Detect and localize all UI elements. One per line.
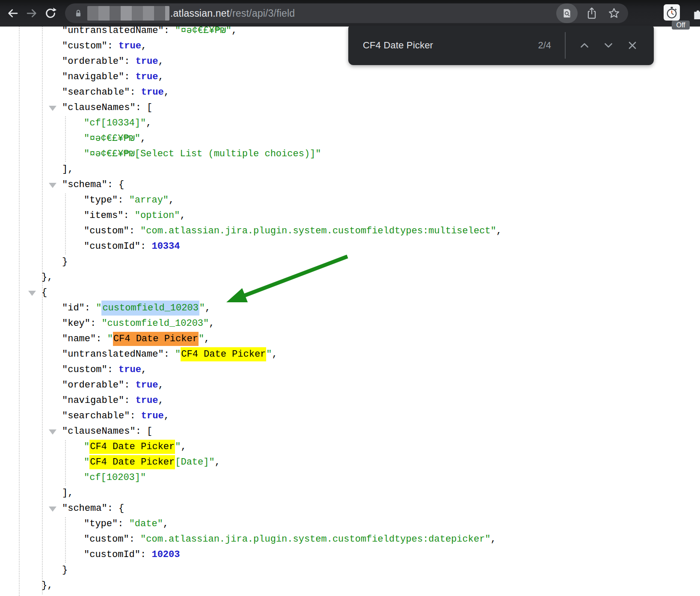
json-token: ,: [141, 364, 147, 375]
json-line: "customId": 10203: [0, 547, 700, 563]
extension-off-badge: Off: [672, 21, 690, 30]
json-token: "clauseNames": [62, 426, 136, 437]
json-token: "cf[10334]": [84, 118, 146, 128]
extension-stopwatch-button[interactable]: Off: [664, 4, 680, 21]
document-search-icon: [561, 8, 572, 19]
json-viewer: "untranslatedName": "¤ә¢€£¥₱₪","custom":…: [0, 23, 700, 593]
json-token: "type": [84, 195, 118, 206]
reload-button[interactable]: [41, 4, 60, 23]
json-token: "customfield_10203": [101, 318, 209, 329]
find-next-button[interactable]: [596, 33, 620, 57]
json-token: :: [107, 41, 119, 51]
url-host: .atlassian.net: [170, 8, 229, 19]
find-in-page-indicator-button[interactable]: [556, 3, 578, 23]
collapse-toggle-icon[interactable]: [49, 429, 56, 435]
json-token: "com.atlassian.jira.plugin.system.custom…: [140, 534, 491, 545]
json-line: "CF4 Date Picker",: [0, 439, 700, 455]
url-bar[interactable]: .atlassian.net/rest/api/3/field: [65, 3, 628, 23]
json-token: :: [164, 349, 175, 360]
json-token: ,: [146, 118, 151, 128]
json-token: {: [42, 287, 47, 298]
json-line: "cf[10203]": [0, 470, 700, 486]
chevron-down-icon: [603, 40, 614, 51]
json-token: "cf[10203]": [84, 472, 146, 483]
collapse-toggle-icon[interactable]: [28, 291, 36, 296]
json-token: ": [96, 303, 101, 313]
json-token: ,: [141, 41, 147, 51]
extensions-puzzle-icon[interactable]: [692, 8, 700, 21]
reload-icon: [44, 7, 57, 20]
find-query-input[interactable]: CF4 Date Picker: [363, 40, 538, 51]
findbar-divider: [565, 32, 566, 59]
json-token: "custom": [62, 41, 107, 51]
json-token: }: [62, 256, 68, 267]
json-token: "clauseNames": [62, 102, 136, 113]
json-token: ,: [169, 195, 174, 206]
json-token: ,: [158, 72, 163, 82]
json-token: "type": [84, 519, 118, 529]
json-line: "¤ә¢€£¥₱₪[Select List (multiple choices)…: [0, 146, 700, 162]
json-token: ,: [163, 519, 169, 529]
json-token: "id": [62, 303, 85, 313]
chevron-up-icon: [579, 40, 590, 51]
json-line: "key": "customfield_10203",: [0, 316, 700, 331]
json-token: ": [266, 349, 272, 360]
json-line: {: [0, 285, 700, 301]
json-token: "¤ә¢€£¥₱₪[Select List (multiple choices)…: [84, 149, 321, 159]
json-token: true: [136, 395, 158, 406]
url-path: /rest/api/3/field: [229, 8, 295, 19]
back-button[interactable]: [3, 4, 22, 23]
json-line: "id": "customfield_10203",: [0, 301, 700, 316]
json-token: }: [62, 565, 68, 575]
json-line: "untranslatedName": "CF4 Date Picker",: [0, 347, 700, 362]
json-line: "schema": {: [0, 177, 700, 193]
lock-icon: [74, 8, 83, 19]
json-token: ],: [62, 164, 73, 175]
url-redacted-domain: [87, 6, 169, 21]
json-line: }: [0, 563, 700, 578]
json-token: "schema": [62, 503, 107, 514]
json-token: ,: [231, 25, 237, 36]
back-arrow-icon: [6, 7, 19, 20]
json-token: ": [84, 441, 89, 452]
json-token-sel-highlight: customfield_10203: [101, 301, 199, 316]
json-token: :: [140, 241, 151, 252]
json-token: ": [107, 334, 113, 344]
collapse-toggle-icon[interactable]: [49, 183, 56, 188]
json-token: :: [85, 303, 96, 313]
json-token: "com.atlassian.jira.plugin.system.custom…: [140, 226, 496, 236]
json-token: "customId": [84, 549, 140, 560]
json-token: true: [119, 41, 141, 51]
json-line: "navigable": true,: [0, 69, 700, 85]
json-line: "custom": "com.atlassian.jira.plugin.sys…: [0, 224, 700, 239]
json-token-match-highlight: CF4 Date Picker: [89, 440, 175, 454]
json-line: },: [0, 270, 700, 285]
json-token: "custom": [62, 364, 107, 375]
find-close-button[interactable]: [620, 33, 644, 57]
json-token: :: [124, 380, 135, 390]
json-token: ,: [272, 349, 278, 360]
collapse-toggle-icon[interactable]: [49, 507, 56, 512]
find-previous-button[interactable]: [572, 33, 596, 57]
bookmark-star-button[interactable]: [606, 5, 622, 22]
share-button[interactable]: [584, 5, 600, 22]
json-token: :: [118, 519, 129, 529]
json-token: ,: [496, 226, 502, 236]
json-token: "date": [129, 519, 163, 529]
json-line: "clauseNames": [: [0, 100, 700, 116]
json-token: true: [136, 380, 158, 390]
json-token: ,: [491, 534, 496, 545]
json-token: "untranslatedName": [62, 25, 164, 36]
json-token: "custom": [84, 534, 129, 545]
close-icon: [627, 40, 638, 51]
json-token: ,: [158, 380, 163, 390]
json-token: :: [96, 334, 107, 344]
forward-button[interactable]: [22, 4, 41, 23]
json-token: true: [119, 364, 141, 375]
json-token: ,: [180, 210, 185, 221]
json-token: :: [124, 395, 135, 406]
json-line: "clauseNames": [: [0, 424, 700, 439]
json-token: ": [199, 334, 204, 344]
collapse-toggle-icon[interactable]: [49, 106, 56, 111]
json-token: 10334: [151, 241, 180, 252]
